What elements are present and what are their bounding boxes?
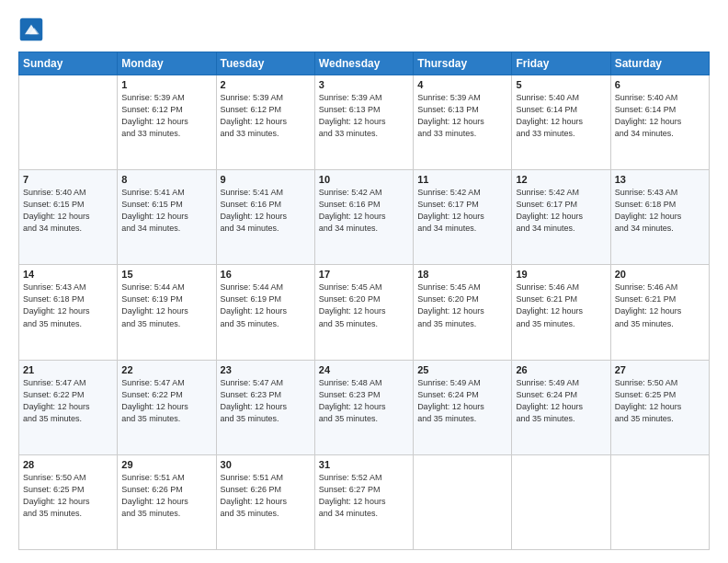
- calendar-week-5: 28Sunrise: 5:50 AMSunset: 6:25 PMDayligh…: [19, 454, 710, 549]
- day-number: 27: [615, 364, 705, 375]
- day-info: Sunrise: 5:50 AMSunset: 6:25 PMDaylight:…: [615, 377, 705, 425]
- day-number: 29: [121, 459, 211, 470]
- calendar-cell: 31Sunrise: 5:52 AMSunset: 6:27 PMDayligh…: [314, 454, 413, 549]
- day-info: Sunrise: 5:39 AMSunset: 6:13 PMDaylight:…: [319, 92, 409, 140]
- day-number: 17: [319, 269, 409, 280]
- day-number: 25: [417, 364, 507, 375]
- calendar-cell: 18Sunrise: 5:45 AMSunset: 6:20 PMDayligh…: [414, 265, 512, 360]
- calendar-cell: 6Sunrise: 5:40 AMSunset: 6:14 PMDaylight…: [610, 75, 709, 170]
- day-number: 3: [319, 79, 409, 90]
- calendar-cell: 21Sunrise: 5:47 AMSunset: 6:22 PMDayligh…: [19, 360, 118, 454]
- day-header-monday: Monday: [118, 52, 216, 75]
- day-number: 24: [319, 364, 409, 375]
- calendar-cell: [512, 454, 610, 549]
- day-number: 1: [121, 79, 211, 90]
- day-number: 23: [221, 364, 311, 375]
- day-number: 10: [319, 174, 409, 185]
- day-number: 6: [615, 79, 705, 90]
- day-number: 22: [121, 364, 211, 375]
- calendar-week-1: 1Sunrise: 5:39 AMSunset: 6:12 PMDaylight…: [19, 75, 710, 170]
- day-info: Sunrise: 5:39 AMSunset: 6:12 PMDaylight:…: [121, 92, 211, 140]
- day-info: Sunrise: 5:51 AMSunset: 6:26 PMDaylight:…: [221, 472, 311, 520]
- day-info: Sunrise: 5:45 AMSunset: 6:20 PMDaylight:…: [319, 282, 409, 329]
- calendar-cell: 4Sunrise: 5:39 AMSunset: 6:13 PMDaylight…: [414, 75, 512, 170]
- page: SundayMondayTuesdayWednesdayThursdayFrid…: [0, 0, 728, 563]
- calendar-week-3: 14Sunrise: 5:43 AMSunset: 6:18 PMDayligh…: [19, 265, 710, 360]
- calendar-cell: 27Sunrise: 5:50 AMSunset: 6:25 PMDayligh…: [610, 360, 709, 454]
- calendar-table: SundayMondayTuesdayWednesdayThursdayFrid…: [18, 52, 710, 550]
- day-number: 21: [23, 364, 113, 375]
- day-number: 9: [221, 174, 311, 185]
- calendar-cell: 17Sunrise: 5:45 AMSunset: 6:20 PMDayligh…: [314, 265, 413, 360]
- day-number: 26: [516, 364, 606, 375]
- day-number: 8: [121, 174, 211, 185]
- day-info: Sunrise: 5:42 AMSunset: 6:17 PMDaylight:…: [417, 187, 507, 235]
- day-number: 4: [417, 79, 507, 90]
- header: [18, 17, 710, 42]
- logo-icon: [18, 17, 44, 42]
- calendar-cell: 10Sunrise: 5:42 AMSunset: 6:16 PMDayligh…: [314, 170, 413, 265]
- day-number: 28: [23, 459, 113, 470]
- calendar-cell: 1Sunrise: 5:39 AMSunset: 6:12 PMDaylight…: [118, 75, 216, 170]
- day-info: Sunrise: 5:51 AMSunset: 6:26 PMDaylight:…: [121, 472, 211, 520]
- day-number: 5: [516, 79, 606, 90]
- calendar-cell: 9Sunrise: 5:41 AMSunset: 6:16 PMDaylight…: [216, 170, 314, 265]
- day-number: 13: [615, 174, 705, 185]
- calendar-cell: 13Sunrise: 5:43 AMSunset: 6:18 PMDayligh…: [610, 170, 709, 265]
- day-number: 19: [516, 269, 606, 280]
- calendar-cell: 29Sunrise: 5:51 AMSunset: 6:26 PMDayligh…: [118, 454, 216, 549]
- day-number: 2: [221, 79, 311, 90]
- day-number: 16: [221, 269, 311, 280]
- calendar-cell: 2Sunrise: 5:39 AMSunset: 6:12 PMDaylight…: [216, 75, 314, 170]
- day-info: Sunrise: 5:44 AMSunset: 6:19 PMDaylight:…: [221, 282, 311, 329]
- calendar-cell: 3Sunrise: 5:39 AMSunset: 6:13 PMDaylight…: [314, 75, 413, 170]
- calendar-cell: 23Sunrise: 5:47 AMSunset: 6:23 PMDayligh…: [216, 360, 314, 454]
- calendar-cell: 19Sunrise: 5:46 AMSunset: 6:21 PMDayligh…: [512, 265, 610, 360]
- day-header-saturday: Saturday: [610, 52, 709, 75]
- day-info: Sunrise: 5:46 AMSunset: 6:21 PMDaylight:…: [615, 282, 705, 329]
- day-number: 31: [319, 459, 409, 470]
- day-header-tuesday: Tuesday: [216, 52, 314, 75]
- calendar-cell: 15Sunrise: 5:44 AMSunset: 6:19 PMDayligh…: [118, 265, 216, 360]
- calendar-cell: 20Sunrise: 5:46 AMSunset: 6:21 PMDayligh…: [610, 265, 709, 360]
- day-header-wednesday: Wednesday: [314, 52, 413, 75]
- day-number: 7: [23, 174, 113, 185]
- day-info: Sunrise: 5:43 AMSunset: 6:18 PMDaylight:…: [615, 187, 705, 235]
- calendar-cell: 26Sunrise: 5:49 AMSunset: 6:24 PMDayligh…: [512, 360, 610, 454]
- day-info: Sunrise: 5:52 AMSunset: 6:27 PMDaylight:…: [319, 472, 409, 520]
- day-info: Sunrise: 5:45 AMSunset: 6:20 PMDaylight:…: [417, 282, 507, 329]
- calendar-week-4: 21Sunrise: 5:47 AMSunset: 6:22 PMDayligh…: [19, 360, 710, 454]
- day-number: 30: [221, 459, 311, 470]
- day-number: 14: [23, 269, 113, 280]
- day-info: Sunrise: 5:50 AMSunset: 6:25 PMDaylight:…: [23, 472, 113, 520]
- day-number: 18: [417, 269, 507, 280]
- day-number: 20: [615, 269, 705, 280]
- day-info: Sunrise: 5:43 AMSunset: 6:18 PMDaylight:…: [23, 282, 113, 329]
- calendar-cell: 12Sunrise: 5:42 AMSunset: 6:17 PMDayligh…: [512, 170, 610, 265]
- day-info: Sunrise: 5:46 AMSunset: 6:21 PMDaylight:…: [516, 282, 606, 329]
- day-info: Sunrise: 5:39 AMSunset: 6:13 PMDaylight:…: [417, 92, 507, 140]
- day-number: 12: [516, 174, 606, 185]
- calendar-cell: 7Sunrise: 5:40 AMSunset: 6:15 PMDaylight…: [19, 170, 118, 265]
- calendar-header-row: SundayMondayTuesdayWednesdayThursdayFrid…: [19, 52, 710, 75]
- day-info: Sunrise: 5:47 AMSunset: 6:22 PMDaylight:…: [121, 377, 211, 425]
- day-info: Sunrise: 5:41 AMSunset: 6:15 PMDaylight:…: [121, 187, 211, 235]
- calendar-cell: 8Sunrise: 5:41 AMSunset: 6:15 PMDaylight…: [118, 170, 216, 265]
- day-info: Sunrise: 5:40 AMSunset: 6:14 PMDaylight:…: [615, 92, 705, 140]
- day-info: Sunrise: 5:48 AMSunset: 6:23 PMDaylight:…: [319, 377, 409, 425]
- day-info: Sunrise: 5:42 AMSunset: 6:16 PMDaylight:…: [319, 187, 409, 235]
- day-info: Sunrise: 5:44 AMSunset: 6:19 PMDaylight:…: [121, 282, 211, 329]
- day-info: Sunrise: 5:39 AMSunset: 6:12 PMDaylight:…: [221, 92, 311, 140]
- calendar-cell: 30Sunrise: 5:51 AMSunset: 6:26 PMDayligh…: [216, 454, 314, 549]
- calendar-cell: [414, 454, 512, 549]
- calendar-cell: 28Sunrise: 5:50 AMSunset: 6:25 PMDayligh…: [19, 454, 118, 549]
- day-info: Sunrise: 5:41 AMSunset: 6:16 PMDaylight:…: [221, 187, 311, 235]
- day-info: Sunrise: 5:49 AMSunset: 6:24 PMDaylight:…: [516, 377, 606, 425]
- calendar-cell: 24Sunrise: 5:48 AMSunset: 6:23 PMDayligh…: [314, 360, 413, 454]
- day-number: 11: [417, 174, 507, 185]
- calendar-cell: 5Sunrise: 5:40 AMSunset: 6:14 PMDaylight…: [512, 75, 610, 170]
- day-info: Sunrise: 5:47 AMSunset: 6:22 PMDaylight:…: [23, 377, 113, 425]
- calendar-cell: 11Sunrise: 5:42 AMSunset: 6:17 PMDayligh…: [414, 170, 512, 265]
- calendar-cell: [610, 454, 709, 549]
- day-header-thursday: Thursday: [414, 52, 512, 75]
